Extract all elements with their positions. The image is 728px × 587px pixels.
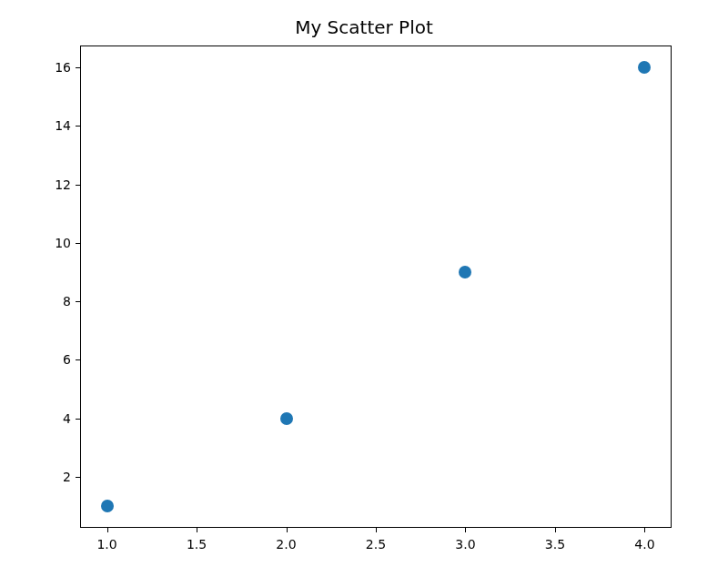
x-tick: [376, 528, 377, 532]
y-tick: [76, 185, 80, 186]
chart-container: My Scatter Plot 1.01.52.02.53.03.54.0246…: [0, 0, 728, 587]
y-tick-label: 14: [25, 118, 71, 133]
x-tick: [197, 528, 197, 532]
x-tick: [465, 528, 466, 532]
y-tick-label: 6: [25, 352, 71, 367]
x-tick-label: 2.5: [366, 537, 386, 552]
scatter-point: [459, 266, 471, 278]
x-tick: [107, 528, 108, 532]
y-tick-label: 12: [25, 177, 71, 192]
y-tick: [76, 126, 80, 127]
scatter-point: [638, 61, 651, 74]
chart-title: My Scatter Plot: [0, 16, 728, 38]
x-tick: [644, 528, 645, 532]
x-tick-label: 2.0: [276, 537, 296, 552]
scatter-point: [280, 412, 293, 425]
x-tick-label: 4.0: [634, 537, 654, 552]
plot-area: [80, 46, 672, 528]
y-tick-label: 2: [25, 470, 71, 484]
y-tick: [76, 67, 80, 68]
y-tick-label: 16: [25, 60, 71, 75]
y-tick-label: 10: [25, 236, 71, 250]
x-tick-label: 1.0: [96, 537, 116, 552]
y-tick: [76, 477, 80, 478]
scatter-point: [101, 500, 114, 512]
x-tick: [555, 528, 556, 532]
x-tick: [287, 528, 288, 532]
y-tick: [76, 359, 80, 360]
x-tick-label: 1.5: [187, 537, 207, 552]
y-tick: [76, 243, 80, 244]
y-tick-label: 8: [25, 294, 71, 309]
y-tick: [76, 301, 80, 302]
x-tick-label: 3.5: [545, 537, 565, 552]
y-tick-label: 4: [25, 411, 71, 426]
x-tick-label: 3.0: [455, 537, 475, 552]
y-tick: [76, 419, 80, 420]
